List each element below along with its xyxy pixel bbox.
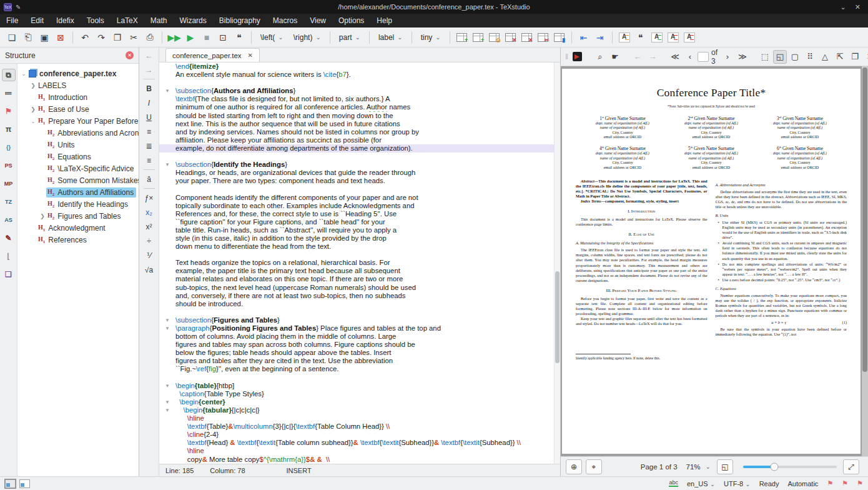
tree-item-abbreviations-and-acronyms[interactable]: H2Abbreviations and Acronyms: [17, 127, 139, 139]
math-symbols-icon[interactable]: π: [2, 123, 16, 136]
tree-item-authors-and-affiliations[interactable]: H2Authors and Affiliations: [17, 186, 139, 198]
font-size-dropdown[interactable]: tiny⌄: [416, 30, 446, 45]
menu-file[interactable]: File: [0, 15, 24, 26]
back-button[interactable]: ←: [142, 50, 156, 61]
unindent-button[interactable]: ⇤: [576, 30, 591, 45]
pdf-fit-toggle-button[interactable]: ◱: [717, 459, 733, 474]
pdf-scrollbar[interactable]: [862, 66, 868, 456]
close-document-button[interactable]: ⊠: [53, 30, 68, 45]
pdf-windowed-button[interactable]: ⇱: [833, 50, 847, 64]
right-delimiter-dropdown[interactable]: \right)⌄: [289, 30, 326, 45]
minimize-button[interactable]: ⌄: [841, 3, 846, 11]
reference-dropdown[interactable]: label⌄: [373, 30, 408, 45]
toggle-messages-panel-button[interactable]: [19, 479, 30, 488]
fold-marker-icon[interactable]: ▾: [159, 161, 175, 169]
menu-help[interactable]: Help: [370, 15, 398, 26]
superscript-button[interactable]: x²: [142, 221, 156, 232]
pdf-fit-width-button[interactable]: ⬚: [758, 50, 772, 64]
pdf-fullscreen-button[interactable]: ⤢: [843, 459, 859, 474]
bookmarks-icon[interactable]: ⚑: [2, 105, 16, 118]
forward-button[interactable]: →: [142, 64, 156, 75]
add-table-row-button[interactable]: +: [455, 30, 470, 45]
pdf-actual-size-button[interactable]: ▢: [788, 50, 802, 64]
pdf-detach-button[interactable]: ❐: [848, 50, 862, 64]
save-button[interactable]: ▣: [37, 30, 52, 45]
build-and-view-button[interactable]: ▶▶: [167, 30, 182, 45]
underline-button[interactable]: U: [142, 112, 156, 122]
tree-item--latex-specific-advice[interactable]: H2\LaTeX-Specific Advice: [17, 162, 139, 174]
tree-item-conference-paper-tex[interactable]: ⌄conference_paper.tex: [17, 68, 139, 79]
close-structure-panel-button[interactable]: ✕: [126, 51, 134, 59]
tab-conference-paper[interactable]: conference_paper.tex ✕: [165, 48, 260, 62]
metapost-icon[interactable]: MP: [2, 178, 16, 190]
pdf-page-number-input[interactable]: [698, 52, 709, 62]
dfrac-button[interactable]: ⅟: [142, 250, 156, 261]
pdf-back-button[interactable]: ←: [631, 50, 644, 64]
fold-marker-icon[interactable]: ▾: [159, 87, 175, 95]
annotation-red-green-button[interactable]: A: [682, 30, 697, 45]
pdf-first-page-button[interactable]: ≪: [668, 50, 682, 64]
menu-wizards[interactable]: Wizards: [173, 15, 212, 26]
tree-item-some-common-mistakes[interactable]: H2Some Common Mistakes: [17, 174, 139, 186]
toggle-structure-panel-button[interactable]: [5, 479, 16, 488]
menu-math[interactable]: Math: [144, 15, 174, 26]
preview-icon[interactable]: ✎: [2, 232, 16, 244]
tree-item-acknowledgment[interactable]: H1Acknowledgment: [17, 222, 139, 234]
tree-item-units[interactable]: H2Units: [17, 139, 139, 151]
menu-bibliography[interactable]: Bibliography: [213, 15, 267, 26]
menu-edit[interactable]: Edit: [24, 15, 50, 26]
pstricks-icon[interactable]: PS: [2, 159, 16, 172]
pdf-zoom-tool-button[interactable]: ⊕: [566, 459, 582, 474]
align-right-button[interactable]: ≡: [142, 155, 156, 166]
fold-marker-icon[interactable]: ▾: [159, 398, 175, 406]
tree-item-prepare-your-paper-before-styling[interactable]: ⌄H1Prepare Your Paper Before Styling: [17, 115, 139, 127]
messages-button[interactable]: ❝: [232, 30, 247, 45]
toolbar-handle[interactable]: ‖: [565, 52, 568, 61]
bold-button[interactable]: B: [142, 83, 156, 94]
undo-button[interactable]: ↶: [77, 30, 92, 45]
pdf-search-button[interactable]: ⌕: [593, 50, 607, 64]
menu-tools[interactable]: Tools: [81, 15, 111, 26]
cut-table-column-button[interactable]: ✂: [536, 30, 551, 45]
editor-scrollbar-thumb[interactable]: [555, 271, 560, 364]
pdf-forward-button[interactable]: →: [646, 50, 659, 64]
inline-math-button[interactable]: ƒ×: [142, 192, 156, 203]
pdf-fit-window-button[interactable]: ◱: [773, 50, 787, 64]
new-document-button[interactable]: ❏: [4, 30, 19, 45]
menu-idefix[interactable]: Idefix: [50, 15, 81, 26]
pdf-next-page-button[interactable]: ›: [721, 50, 734, 64]
annotation-red-button[interactable]: A: [666, 30, 681, 45]
subscript-button[interactable]: x₂: [142, 207, 156, 218]
tree-item-references[interactable]: H1References: [17, 234, 139, 246]
bookmark-flag-icon-2[interactable]: ⚑: [842, 479, 848, 488]
todo-list-icon[interactable]: ≔: [2, 87, 16, 99]
tree-item-figures-and-tables[interactable]: ❯H2Figures and Tables: [17, 210, 139, 222]
fold-marker-icon[interactable]: ▾: [159, 406, 175, 414]
paste-table-column-button[interactable]: ⎙: [487, 30, 502, 45]
language-selector[interactable]: en_US ⌄: [687, 480, 715, 488]
align-table-columns-button[interactable]: ▮: [552, 30, 567, 45]
paste-button[interactable]: ⎙: [142, 30, 157, 45]
menu-macros[interactable]: Macros: [267, 15, 303, 26]
tree-expander-icon[interactable]: ⌄: [20, 71, 27, 77]
close-window-button[interactable]: ✕: [855, 3, 861, 11]
pdf-zoom-level[interactable]: 71%: [686, 463, 701, 471]
annotation-orange-button[interactable]: A: [617, 30, 632, 45]
tree-item-ease-of-use[interactable]: ❯H1Ease of Use: [17, 103, 139, 115]
brace-symbols-icon[interactable]: {}: [2, 141, 16, 154]
pdf-zoom-slider[interactable]: [743, 466, 837, 468]
structure-view-icon[interactable]: ⧉: [2, 69, 16, 81]
pdf-zoom-slider-knob[interactable]: [770, 462, 778, 471]
tab-close-icon[interactable]: ✕: [248, 52, 253, 59]
pdf-collapse-button[interactable]: △: [818, 50, 832, 64]
remove-table-row-button[interactable]: ✕: [503, 30, 518, 45]
encoding-selector[interactable]: UTF-8 ⌄: [724, 480, 751, 488]
tree-item-introduction[interactable]: H1Introduction: [17, 91, 139, 103]
pdf-hand-tool-button[interactable]: ☛: [608, 50, 622, 64]
left-delimiter-dropdown[interactable]: \left(⌄: [255, 30, 289, 45]
view-pdf-button[interactable]: ⊡: [215, 30, 230, 45]
zoom-chevron-icon[interactable]: ⌄: [706, 463, 711, 470]
editor-code-area[interactable]: \end{itemize}An excellent style manual f…: [159, 62, 554, 464]
menu-options[interactable]: Options: [332, 15, 370, 26]
menu-view[interactable]: View: [303, 15, 332, 26]
